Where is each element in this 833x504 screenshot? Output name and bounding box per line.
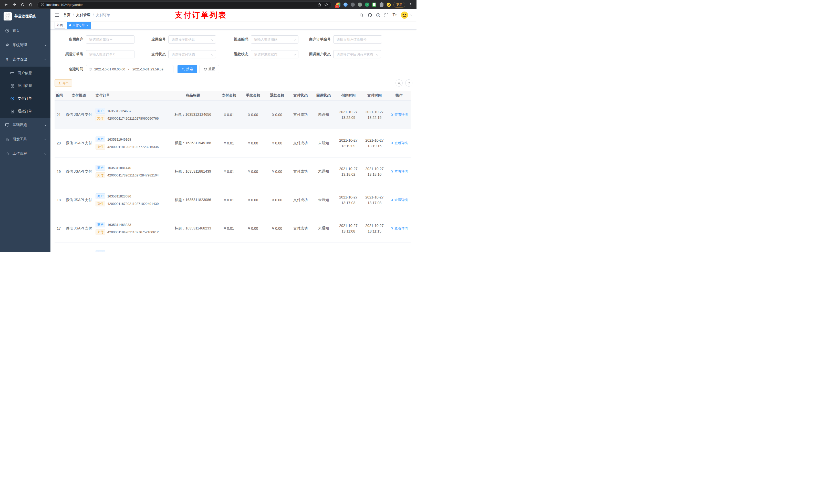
- update-button[interactable]: 更新: [394, 2, 405, 8]
- cell-notify: 未通知: [312, 186, 335, 214]
- orders-table: 编号支付渠道支付订单商品标题支付金额手续金额退款金额支付状态回调状态创建时间支付…: [54, 91, 411, 252]
- blue-extension-icon[interactable]: [343, 2, 348, 7]
- app-filter-select[interactable]: [168, 35, 216, 44]
- sidebar-item-refund-order[interactable]: 退款订单: [0, 105, 50, 118]
- sidebar-item-system[interactable]: 系统管理: [0, 38, 50, 52]
- table-row: 20 微信 JSAPI 支付 商户 1635311949168 支付 42000…: [54, 129, 411, 157]
- back-button[interactable]: [3, 1, 10, 8]
- extensions-puzzle-icon[interactable]: [379, 2, 384, 7]
- sidebar-item-app-info[interactable]: 应用信息: [0, 79, 50, 92]
- sidebar-item-payment[interactable]: ¥ 支付管理: [0, 52, 50, 67]
- gray-extension-icon-1[interactable]: [351, 2, 355, 7]
- cell-channel: 微信 JSAPI 支付: [64, 186, 94, 214]
- emoji-avatar-extension-icon[interactable]: [386, 2, 391, 7]
- channel-code-filter-select[interactable]: [251, 35, 299, 44]
- cell-channel: 微信 JSAPI 支付: [64, 129, 94, 157]
- cell-id: 19: [54, 157, 64, 186]
- tag-home[interactable]: 首页: [54, 22, 65, 29]
- cell-notify: 未通知: [312, 129, 335, 157]
- date-separator: -: [127, 67, 130, 71]
- tags-bar: 首页 支付订单 ×: [50, 21, 416, 30]
- sidebar-item-workflow[interactable]: 工作流程: [0, 146, 50, 161]
- chevron-down-icon: [44, 44, 47, 47]
- bookmark-star-icon[interactable]: [324, 3, 328, 7]
- fullscreen-icon[interactable]: [384, 13, 388, 18]
- breadcrumb-payment[interactable]: 支付管理: [76, 13, 90, 18]
- pay-tag: 支付: [96, 229, 105, 235]
- home-button[interactable]: [27, 1, 34, 8]
- toggle-search-button[interactable]: [396, 79, 403, 87]
- table-header-row: 编号支付渠道支付订单商品标题支付金额手续金额退款金额支付状态回调状态创建时间支付…: [54, 91, 411, 100]
- cell-refund: ¥ 0.00: [265, 186, 289, 214]
- colorful-extension-icon[interactable]: 10: [336, 2, 341, 7]
- user-menu[interactable]: [401, 11, 412, 19]
- cell-status: 支付成功: [289, 214, 312, 242]
- filter-label-app: 应用编号: [137, 37, 166, 42]
- refund-status-select[interactable]: [251, 50, 299, 58]
- merchant-order-no-input[interactable]: [333, 35, 382, 44]
- column-header: 商品标题: [169, 91, 217, 100]
- help-icon[interactable]: ?: [376, 13, 380, 18]
- browser-toolbar: localhost:1024/pay/order 10 ✓: [0, 0, 416, 9]
- site-info-icon[interactable]: [41, 3, 44, 6]
- filter-label-notify-status: 回调商户状态: [302, 52, 331, 56]
- search-button[interactable]: 搜索: [177, 65, 197, 73]
- reload-button[interactable]: [19, 1, 26, 8]
- cell-channel: 微信 JSAPI 支付: [64, 100, 94, 129]
- cell-create-time: 2021-10-2713:22:05: [335, 100, 361, 129]
- date-end: 2021-10-31 23:59:59: [133, 67, 163, 71]
- table-toolbar: 导出: [54, 79, 412, 87]
- sidebar-item-label: 基础设施: [13, 123, 27, 127]
- github-icon[interactable]: [367, 13, 372, 18]
- column-header: 支付渠道: [64, 91, 94, 100]
- check-extension-icon[interactable]: ✓: [365, 2, 370, 7]
- notify-status-select[interactable]: [333, 50, 381, 58]
- date-range-picker[interactable]: 2021-10-01 00:00:00 - 2021-10-31 23:59:5…: [86, 65, 173, 73]
- pay-status-select[interactable]: [168, 50, 216, 58]
- sidebar-item-home[interactable]: 首页: [0, 24, 50, 38]
- app-logo[interactable]: 芋道管理系统: [0, 9, 50, 24]
- view-detail-link[interactable]: 查看详情: [390, 141, 408, 145]
- sidebar: 芋道管理系统 首页 系统管理 ¥ 支付管理: [0, 9, 50, 252]
- refresh-button[interactable]: [405, 79, 412, 87]
- cell-fee: ¥ 0.00: [241, 100, 265, 129]
- document-icon: [10, 110, 15, 114]
- view-detail-link[interactable]: 查看详情: [390, 169, 408, 174]
- browser-menu-icon[interactable]: [408, 3, 412, 6]
- cell-title: 标题：1635311881439: [169, 157, 217, 186]
- breadcrumb-home[interactable]: 首页: [63, 13, 70, 18]
- export-button[interactable]: 导出: [54, 79, 72, 87]
- font-size-icon[interactable]: TT: [392, 13, 397, 17]
- cell-refund: ¥ 0.00: [265, 100, 289, 129]
- target-icon: [10, 97, 15, 101]
- date-filter-row: 创建时间 2021-10-01 00:00:00 - 2021-10-31 23…: [54, 65, 412, 73]
- view-detail-link[interactable]: 查看详情: [390, 226, 408, 231]
- share-icon[interactable]: [317, 3, 321, 7]
- view-detail-link[interactable]: 查看详情: [390, 113, 408, 117]
- sidebar-item-merchant-info[interactable]: 商户信息: [0, 67, 50, 79]
- sidebar-item-label: 系统管理: [13, 43, 27, 47]
- column-header: 支付时间: [361, 91, 387, 100]
- channel-order-no-input[interactable]: [86, 50, 135, 58]
- date-start: 2021-10-01 00:00:00: [94, 67, 125, 71]
- url-text[interactable]: localhost:1024/pay/order: [46, 3, 83, 7]
- reset-button[interactable]: 重置: [199, 65, 219, 73]
- chevron-down-icon: [44, 124, 47, 126]
- sidebar-item-pay-order[interactable]: 支付订单: [0, 92, 50, 105]
- chat-extension-icon[interactable]: [372, 2, 377, 7]
- menu-fold-icon[interactable]: [54, 13, 59, 17]
- view-detail-link[interactable]: 查看详情: [390, 198, 408, 202]
- tag-close-icon[interactable]: ×: [86, 24, 89, 27]
- search-icon[interactable]: [359, 13, 364, 18]
- sidebar-item-infra[interactable]: 基础设施: [0, 118, 50, 132]
- tag-pay-order[interactable]: 支付订单 ×: [67, 22, 91, 29]
- cell-notify: [312, 242, 335, 252]
- extension-badge: 10: [335, 5, 339, 8]
- address-bar[interactable]: localhost:1024/pay/order: [38, 1, 331, 8]
- cell-channel: [64, 242, 94, 252]
- forward-button[interactable]: [11, 1, 18, 8]
- gray-extension-icon-2[interactable]: [358, 2, 362, 7]
- merchant-filter-input[interactable]: [86, 35, 135, 44]
- cell-title: 标题：1635311468233: [169, 214, 217, 242]
- sidebar-item-devtools[interactable]: 研发工具: [0, 132, 50, 146]
